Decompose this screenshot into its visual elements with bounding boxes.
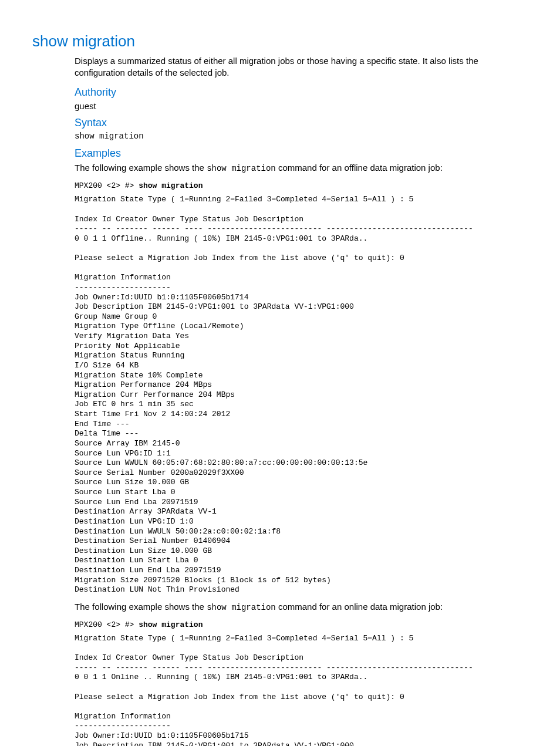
example2-intro-suffix: command for an online data migration job… (276, 602, 443, 612)
example1-intro-suffix: command for an offline data migration jo… (276, 163, 443, 173)
example1-intro-prefix: The following example shows the (75, 163, 207, 173)
authority-heading: Authority (75, 86, 528, 99)
syntax-heading: Syntax (75, 117, 528, 129)
authority-value: guest (75, 101, 528, 111)
example1-intro-cmd: show migration (207, 164, 276, 173)
examples-heading: Examples (75, 147, 528, 160)
example1-prompt: MPX200 <2> #> show migration (75, 181, 528, 190)
prompt-prefix-2: MPX200 <2> #> (75, 620, 139, 629)
example1-output: Migration State Type ( 1=Running 2=Faile… (75, 195, 528, 595)
example2-prompt: MPX200 <2> #> show migration (75, 620, 528, 629)
prompt-command: show migration (139, 181, 203, 190)
example2-output: Migration State Type ( 1=Running 2=Faile… (75, 634, 528, 746)
description-paragraph: Displays a summarized status of either a… (75, 55, 528, 79)
prompt-command-2: show migration (139, 620, 203, 629)
prompt-prefix: MPX200 <2> #> (75, 181, 139, 190)
page-title: show migration (32, 32, 528, 50)
example1-intro: The following example shows the show mig… (75, 162, 528, 174)
example2-intro-prefix: The following example shows the (75, 602, 207, 612)
example2-intro: The following example shows the show mig… (75, 601, 528, 613)
example2-intro-cmd: show migration (207, 603, 276, 612)
syntax-value: show migration (75, 131, 528, 142)
